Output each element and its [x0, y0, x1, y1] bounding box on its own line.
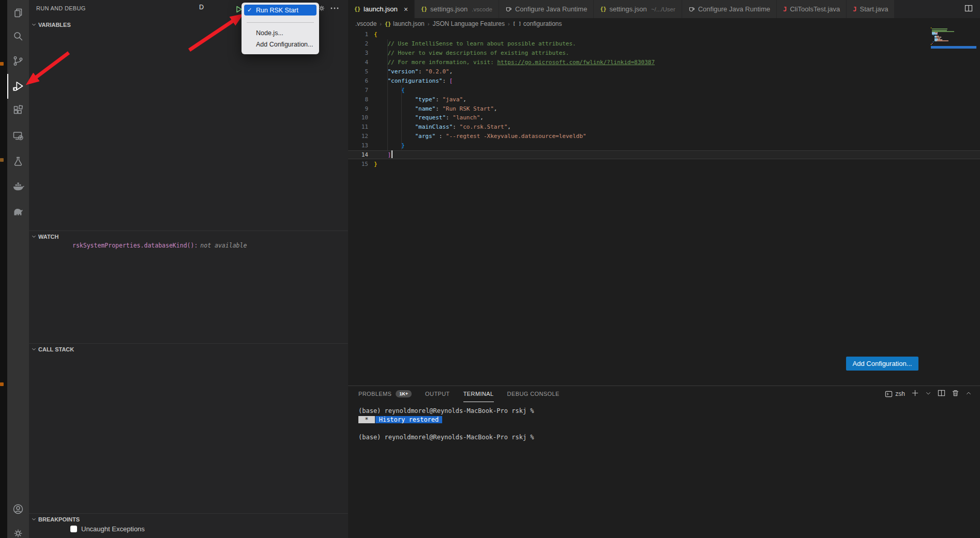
terminal-icon [885, 390, 893, 398]
add-configuration-button[interactable]: Add Configuration... [846, 357, 918, 371]
code-line-3[interactable]: 3 // Hover to view descriptions of exist… [348, 49, 980, 58]
terminal-dropdown-chevron-icon[interactable] [925, 389, 931, 398]
remote-explorer-icon[interactable] [7, 124, 29, 148]
json-icon: {} [385, 21, 391, 27]
line-number: 8 [348, 96, 368, 103]
watch-expression-row[interactable]: rskSystemProperties.databaseKind():not a… [72, 242, 247, 249]
search-icon[interactable] [7, 24, 29, 49]
panel-tab-output[interactable]: OUTPUT [425, 386, 450, 402]
breadcrumb: .vscode›{}launch.json›JSON Language Feat… [348, 18, 980, 29]
tab-label: launch.json [364, 5, 398, 13]
docker-icon[interactable] [7, 174, 29, 198]
line-number: 10 [348, 114, 368, 121]
section-divider [29, 230, 348, 231]
kill-terminal-trash-icon[interactable] [952, 389, 959, 399]
code-line-11[interactable]: 11 "mainClass": "co.rsk.Start", [348, 122, 980, 132]
code-line-5[interactable]: 5 "version": "0.2.0", [348, 67, 980, 76]
split-terminal-icon[interactable] [938, 389, 945, 399]
shell-label: zsh [895, 390, 905, 397]
line-content: "mainClass": "co.rsk.Start", [368, 124, 511, 130]
close-icon[interactable]: × [404, 6, 408, 13]
terminal-history-restored-line: * History restored [358, 416, 534, 424]
tab-detail: ~/.../User [651, 6, 675, 12]
line-content: "version": "0.2.0", [368, 68, 453, 75]
breakpoint-row: Uncaught Exceptions [70, 525, 145, 533]
line-content: { [368, 31, 378, 38]
testing-icon[interactable] [7, 149, 29, 174]
tab-configure-java-runtime[interactable]: Configure Java Runtime [499, 0, 594, 18]
panel-tab-debug-console[interactable]: DEBUG CONSOLE [507, 386, 560, 402]
code-line-8[interactable]: 8 "type": "java", [348, 95, 980, 104]
more-actions-icon[interactable] [330, 4, 339, 14]
debug-configuration-menu: ✓Run RSK StartNode.js...Add Configuratio… [242, 3, 319, 54]
checkmark-icon: ✓ [247, 7, 253, 13]
settings-gear-icon[interactable] [7, 521, 29, 538]
code-line-4[interactable]: 4 // For more information, visit: https:… [348, 58, 980, 67]
breadcrumb-item[interactable]: .vscode [355, 20, 376, 27]
panel-tab-problems[interactable]: PROBLEMS1K+ [358, 386, 412, 402]
line-number: 9 [348, 105, 368, 112]
section-label: CALL STACK [38, 346, 74, 352]
code-line-12[interactable]: 12 "args" : "--regtest -Xkeyvalue.dataso… [348, 132, 980, 141]
menu-separator [247, 22, 314, 23]
uncaught-exceptions-checkbox[interactable] [70, 526, 77, 532]
terminal-prompt-line: (base) reynoldmorel@Reynolds-MacBook-Pro… [358, 407, 534, 416]
tab-settings.json[interactable]: {}settings.json.vscode [415, 0, 499, 18]
minimap[interactable] [931, 27, 976, 49]
section-variables[interactable]: VARIABLES [31, 20, 71, 30]
section-call-stack[interactable]: CALL STACK [31, 344, 74, 355]
split-editor-icon[interactable] [964, 4, 973, 14]
tab-configure-java-runtime[interactable]: Configure Java Runtime [682, 0, 777, 18]
strip-mark [0, 158, 4, 162]
line-content: "type": "java", [368, 96, 466, 103]
line-content: ] [368, 151, 391, 158]
breadcrumb-item[interactable]: {}launch.json [385, 20, 425, 27]
chevron-down-icon [31, 22, 37, 28]
line-content: // Use IntelliSense to learn about possi… [368, 40, 576, 47]
code-line-14[interactable]: 14 ] [348, 150, 980, 160]
code-line-13[interactable]: 13 } [348, 141, 980, 150]
chevron-down-icon [31, 346, 37, 353]
tab-start.java[interactable]: JStart.java [847, 0, 895, 18]
minimap-line [931, 44, 976, 45]
breadcrumb-item[interactable]: JSON Language Features [432, 20, 504, 27]
account-icon[interactable] [7, 497, 29, 521]
new-terminal-icon[interactable] [911, 389, 919, 399]
code-line-15[interactable]: 15} [348, 159, 980, 168]
menu-item-add-configuration-[interactable]: Add Configuration... [244, 39, 316, 50]
section-watch[interactable]: WATCH [31, 232, 59, 242]
problems-count-badge: 1K+ [396, 390, 412, 397]
code-line-2[interactable]: 2 // Use IntelliSense to learn about pos… [348, 39, 980, 49]
terminal-output[interactable]: (base) reynoldmorel@Reynolds-MacBook-Pro… [358, 407, 534, 442]
tab-clitoolstest.java[interactable]: JCliToolsTest.java [777, 0, 847, 18]
json-icon: {} [600, 6, 606, 12]
section-divider [29, 343, 348, 344]
tab-label: settings.json [609, 5, 646, 13]
code-line-7[interactable]: 7 { [348, 85, 980, 95]
gradle-elephant-icon[interactable] [7, 199, 29, 224]
line-number: 6 [348, 78, 368, 84]
code-line-10[interactable]: 10 "request": "launch", [348, 113, 980, 122]
menu-item-run-rsk-start[interactable]: ✓Run RSK Start [244, 5, 316, 16]
menu-item-node-js-[interactable]: Node.js... [244, 27, 316, 38]
partial-toolbar-text: D [199, 4, 204, 11]
code-line-1[interactable]: 1{ [348, 30, 980, 39]
source-control-icon[interactable] [7, 49, 29, 73]
section-breakpoints[interactable]: BREAKPOINTS [31, 514, 80, 525]
line-content: "request": "launch", [368, 114, 484, 121]
extensions-icon[interactable] [7, 98, 29, 122]
code-line-9[interactable]: 9 "name": "Run RSK Start", [348, 104, 980, 113]
maximize-panel-chevron-icon[interactable] [966, 389, 972, 398]
watch-expression: rskSystemProperties.databaseKind(): [72, 242, 198, 249]
explorer-icon[interactable] [7, 1, 29, 25]
tab-settings.json[interactable]: {}settings.json~/.../User [594, 0, 682, 18]
code-line-6[interactable]: 6 "configurations": [ [348, 76, 980, 85]
breadcrumb-item[interactable]: [ ]configurations [513, 20, 562, 27]
panel-tab-terminal[interactable]: TERMINAL [463, 386, 494, 402]
run-debug-icon[interactable] [7, 74, 29, 99]
terminal-prompt-line: (base) reynoldmorel@Reynolds-MacBook-Pro… [358, 433, 534, 442]
line-content: } [368, 142, 405, 149]
code-editor[interactable]: 1{2 // Use IntelliSense to learn about p… [348, 29, 980, 386]
terminal-instance[interactable]: zsh [885, 390, 905, 398]
tab-launch.json[interactable]: {}launch.json× [348, 0, 415, 18]
